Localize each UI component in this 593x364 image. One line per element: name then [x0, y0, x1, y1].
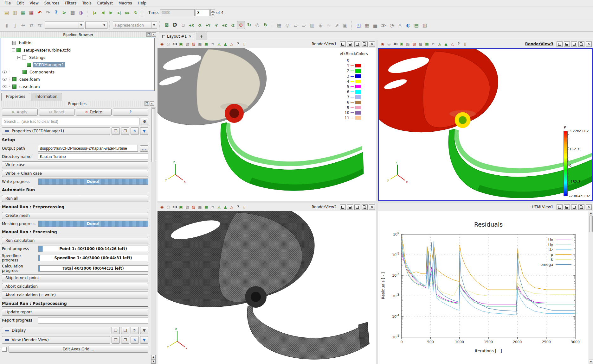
maximize-icon[interactable] — [354, 41, 360, 47]
interactive-select-points-icon[interactable]: △ — [449, 41, 455, 47]
select-cells-through-icon[interactable]: ▩ — [197, 41, 203, 47]
rescale-range-icon[interactable]: ↔ — [19, 21, 27, 29]
zoom-to-box-icon[interactable]: ▫ — [209, 41, 216, 47]
split-horizontal-icon[interactable] — [557, 41, 563, 47]
popout-icon[interactable] — [362, 204, 368, 210]
component-combo[interactable]: ▼ — [85, 22, 107, 29]
menu-filters[interactable]: Filters — [62, 0, 79, 6]
split-horizontal-icon[interactable] — [557, 204, 563, 210]
select-points-on-icon[interactable]: ▨ — [190, 41, 197, 47]
play-button[interactable]: ▶ — [107, 9, 115, 17]
select-cells-through-icon[interactable]: ▩ — [417, 41, 424, 47]
parallel-render-icon[interactable]: ▥ — [421, 21, 429, 29]
run-calculation-button[interactable]: Run calculation — [2, 237, 148, 244]
solid-color-icon[interactable]: ▮ — [3, 21, 11, 29]
select-block-icon[interactable]: ◬ — [216, 41, 222, 47]
output-path-field[interactable] — [38, 145, 138, 152]
view-minus-z-icon[interactable]: -Z — [229, 21, 237, 29]
group-datasets-icon[interactable]: ▣ — [341, 21, 349, 29]
render-pause-icon[interactable]: ◎ — [386, 41, 392, 47]
display-group-header[interactable]: Display — [2, 327, 110, 334]
select-points-through-icon[interactable]: ▦ — [424, 41, 430, 47]
paste-view-button[interactable]: ❒ — [121, 336, 129, 344]
menu-file[interactable]: File — [2, 0, 13, 6]
pick-center-icon[interactable]: ↻ — [261, 21, 270, 29]
zoom-closest-icon[interactable]: D — [171, 21, 179, 29]
select-block-icon[interactable]: ◬ — [436, 41, 443, 47]
collapse-icon[interactable]: − — [12, 48, 15, 52]
first-frame-button[interactable]: |◀ — [90, 9, 99, 17]
frame-number-field[interactable] — [196, 9, 209, 16]
maximize-icon[interactable] — [571, 41, 577, 47]
render-pause-icon[interactable]: ◎ — [165, 204, 171, 210]
menu-tools[interactable]: Tools — [80, 0, 94, 6]
reset-view-button[interactable]: ↻ — [131, 336, 139, 344]
split-vertical-icon[interactable] — [564, 204, 570, 210]
popout-icon[interactable] — [362, 41, 368, 47]
next-frame-button[interactable]: ▶| — [115, 9, 123, 17]
interactive-select-cells-icon[interactable]: ▲ — [222, 41, 229, 47]
clear-selection-icon[interactable]: ▯ — [462, 41, 468, 47]
select-points-on-icon[interactable]: ▨ — [411, 41, 417, 47]
save-state-icon[interactable]: ▥ — [11, 9, 19, 17]
spin-up-icon[interactable]: ▲ — [210, 9, 215, 13]
toggle-color-legend-icon[interactable]: ▯ — [11, 21, 19, 29]
close-tab-icon[interactable]: ✕ — [189, 35, 191, 39]
apply-button[interactable]: ⊳Apply — [2, 109, 38, 116]
view-group-header[interactable]: View (Render View) — [2, 336, 110, 344]
time-value-field[interactable] — [160, 9, 195, 16]
update-report-button[interactable]: Update report — [2, 309, 148, 316]
undock-icon[interactable]: ❐ — [146, 32, 151, 37]
hover-points-icon[interactable]: ? — [235, 204, 241, 210]
select-cells-through-icon[interactable]: ▩ — [197, 204, 203, 210]
rotate-clockwise-icon[interactable]: ↻ — [245, 21, 253, 29]
scroll-up-icon[interactable]: ▲ — [589, 211, 593, 215]
hover-points-icon[interactable]: ? — [455, 41, 462, 47]
save-view-button[interactable]: ▼ — [140, 336, 148, 344]
slice-icon[interactable]: ▱ — [300, 21, 308, 29]
browse-button[interactable]: ... — [140, 145, 148, 152]
tree-item-tcfdmanager1[interactable]: TCFDManager1 — [1, 61, 154, 68]
representation-combo[interactable]: Representation▼ — [113, 22, 157, 29]
select-block-icon[interactable]: ◬ — [216, 204, 222, 210]
tab-properties[interactable]: Properties — [1, 93, 30, 101]
zoom-to-box-icon[interactable]: ▫ — [209, 204, 216, 210]
renderview1-canvas[interactable]: z x y vtkBlockColors 01234567891011 — [158, 48, 376, 201]
abort-calculation-write-button[interactable]: Abort calculation (+ write) — [2, 292, 148, 298]
clear-selection-icon[interactable]: ▯ — [241, 204, 248, 210]
properties-scrollbar[interactable]: ▲ ▼ — [151, 107, 156, 364]
search-options-button[interactable]: ⚙ — [141, 118, 148, 125]
render-pause-icon[interactable]: ◎ — [165, 41, 171, 47]
delete-button[interactable]: ✕Delete — [76, 109, 112, 116]
extract-surface-icon[interactable]: ◎ — [283, 21, 292, 29]
tree-item-settings[interactable]: − Settings — [1, 54, 154, 61]
split-vertical-icon[interactable] — [347, 41, 353, 47]
spin-down-icon[interactable]: ▼ — [210, 13, 215, 16]
view-plus-y-icon[interactable]: +Y — [204, 21, 212, 29]
view-minus-y-icon[interactable]: -Y — [212, 21, 220, 29]
select-points-on-icon[interactable]: ▨ — [190, 204, 197, 210]
popout-icon[interactable] — [578, 41, 584, 47]
run-all-button[interactable]: Run all — [2, 195, 148, 202]
menu-edit[interactable]: Edit — [14, 0, 26, 6]
layout-tab[interactable]: Layout #1 ✕ — [159, 33, 195, 40]
camera-link-icon[interactable]: ◉ — [159, 41, 165, 47]
reset-center-icon[interactable]: ◎ — [253, 21, 261, 29]
glyph-icon[interactable]: ⇗ — [333, 21, 341, 29]
hover-points-icon[interactable]: ? — [235, 41, 241, 47]
previous-frame-button[interactable]: ◀ — [99, 9, 107, 17]
clear-selection-icon[interactable]: ▯ — [241, 41, 248, 47]
renderview3-canvas[interactable]: z x y P 3.228e+02152.30-152.3-2.864e+02 — [378, 48, 593, 201]
interactive-select-points-icon[interactable]: △ — [229, 41, 235, 47]
scrollbar-thumb[interactable] — [151, 108, 155, 162]
select-view-icon[interactable]: ◳ — [355, 21, 363, 29]
edit-axes-grid-button[interactable]: Edit Axes Grid ... — [9, 346, 148, 353]
menu-help[interactable]: Help — [135, 0, 149, 6]
collapse-icon[interactable]: − — [17, 56, 21, 59]
stream-tracer-icon[interactable]: ≈ — [325, 21, 333, 29]
close-icon[interactable]: × — [151, 32, 156, 37]
create-mesh-button[interactable]: Create mesh — [2, 212, 148, 219]
camera-link-icon[interactable]: ◉ — [379, 41, 386, 47]
contour-icon[interactable]: ◈ — [316, 21, 325, 29]
htmlview-scrollbar[interactable]: ▲ ▼ — [589, 211, 593, 364]
